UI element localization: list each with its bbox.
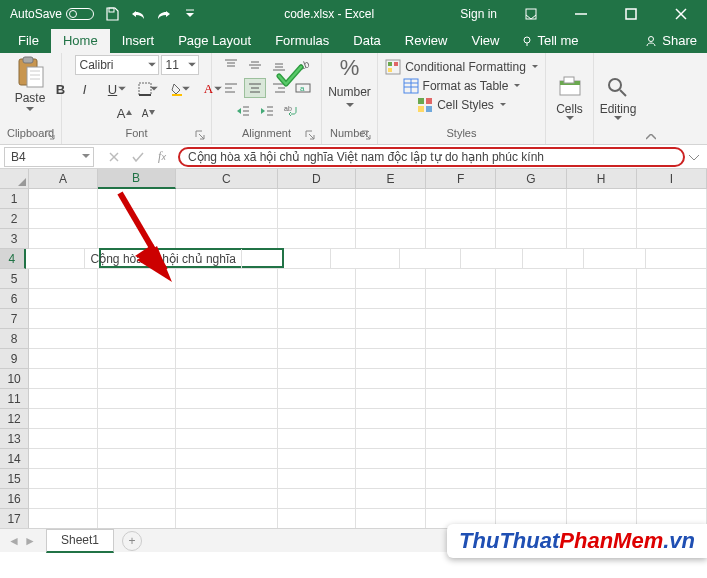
row-header[interactable]: 8 <box>0 329 29 349</box>
cell[interactable] <box>176 349 278 369</box>
chevron-down-icon[interactable] <box>346 103 354 108</box>
cell[interactable] <box>496 469 566 489</box>
column-header[interactable]: F <box>426 169 496 189</box>
cell[interactable] <box>29 369 97 389</box>
row-header[interactable]: 4 <box>0 249 26 269</box>
cell[interactable] <box>496 389 566 409</box>
cell[interactable] <box>356 289 426 309</box>
cell[interactable] <box>29 469 97 489</box>
row-header[interactable]: 13 <box>0 429 29 449</box>
underline-button[interactable]: U <box>98 79 128 99</box>
cell[interactable] <box>176 309 278 329</box>
cell[interactable] <box>426 209 496 229</box>
cell[interactable] <box>176 449 278 469</box>
row-header[interactable]: 12 <box>0 409 29 429</box>
cell[interactable] <box>29 209 97 229</box>
column-header[interactable]: G <box>496 169 566 189</box>
cell[interactable] <box>426 409 496 429</box>
cell[interactable] <box>567 209 637 229</box>
cell[interactable] <box>496 309 566 329</box>
cell[interactable] <box>496 329 566 349</box>
cell[interactable] <box>426 489 496 509</box>
bold-button[interactable]: B <box>50 79 72 99</box>
border-button[interactable] <box>130 79 160 99</box>
cell[interactable] <box>496 449 566 469</box>
cell[interactable] <box>29 289 97 309</box>
cell[interactable] <box>29 189 97 209</box>
cell[interactable] <box>426 329 496 349</box>
cell[interactable] <box>331 249 399 269</box>
cell[interactable] <box>29 349 97 369</box>
cell[interactable] <box>400 249 461 269</box>
cell[interactable] <box>26 249 86 269</box>
tab-view[interactable]: View <box>459 29 511 53</box>
wrap-text-button[interactable]: ab <box>280 101 302 121</box>
cell[interactable] <box>637 469 707 489</box>
cell[interactable] <box>356 369 426 389</box>
fill-color-button[interactable] <box>162 79 192 99</box>
cell[interactable] <box>426 269 496 289</box>
cell[interactable] <box>176 389 278 409</box>
column-header[interactable]: C <box>176 169 278 189</box>
cell[interactable] <box>496 209 566 229</box>
cell[interactable] <box>29 509 97 529</box>
increase-indent-button[interactable] <box>256 101 278 121</box>
cell[interactable] <box>98 369 176 389</box>
cell[interactable] <box>176 489 278 509</box>
cell[interactable] <box>98 309 176 329</box>
cell[interactable] <box>461 249 522 269</box>
name-box[interactable]: B4 <box>4 147 94 167</box>
cell[interactable] <box>356 229 426 249</box>
align-center-button[interactable] <box>244 78 266 98</box>
ribbon-options-icon[interactable] <box>509 0 553 28</box>
cell[interactable] <box>637 209 707 229</box>
cell[interactable] <box>637 369 707 389</box>
column-header[interactable]: A <box>29 169 97 189</box>
chevron-down-icon[interactable] <box>566 116 574 121</box>
select-all-corner[interactable] <box>0 169 29 189</box>
cell[interactable] <box>278 429 356 449</box>
cell[interactable] <box>426 429 496 449</box>
cell[interactable] <box>98 449 176 469</box>
align-top-button[interactable] <box>220 55 242 75</box>
cell[interactable] <box>567 489 637 509</box>
cell[interactable] <box>356 469 426 489</box>
cell[interactable] <box>29 309 97 329</box>
cell[interactable] <box>356 309 426 329</box>
column-header[interactable]: B <box>98 169 176 189</box>
cell[interactable] <box>98 469 176 489</box>
cell[interactable] <box>426 289 496 309</box>
row-header[interactable]: 17 <box>0 509 29 529</box>
cell[interactable] <box>29 229 97 249</box>
column-header[interactable]: E <box>356 169 426 189</box>
italic-button[interactable]: I <box>74 79 96 99</box>
cell[interactable] <box>356 429 426 449</box>
column-header[interactable]: I <box>637 169 707 189</box>
cell[interactable] <box>567 469 637 489</box>
tab-file[interactable]: File <box>6 29 51 53</box>
cell[interactable] <box>496 369 566 389</box>
align-middle-button[interactable] <box>244 55 266 75</box>
cell[interactable] <box>176 509 278 529</box>
row-header[interactable]: 5 <box>0 269 29 289</box>
row-header[interactable]: 11 <box>0 389 29 409</box>
cell[interactable] <box>278 489 356 509</box>
cell[interactable] <box>567 449 637 469</box>
cell[interactable] <box>98 349 176 369</box>
cell[interactable] <box>637 449 707 469</box>
cell[interactable] <box>356 389 426 409</box>
cancel-formula-button[interactable] <box>102 147 126 167</box>
cell[interactable] <box>29 409 97 429</box>
cell[interactable] <box>278 369 356 389</box>
cell[interactable] <box>278 269 356 289</box>
cell[interactable] <box>567 309 637 329</box>
cell[interactable] <box>637 289 707 309</box>
cell[interactable] <box>496 489 566 509</box>
chevron-down-icon[interactable] <box>82 154 90 159</box>
cell[interactable] <box>176 369 278 389</box>
cell[interactable] <box>646 249 707 269</box>
percent-icon[interactable]: % <box>340 55 360 81</box>
cell[interactable] <box>98 489 176 509</box>
chevron-down-icon[interactable] <box>26 107 34 112</box>
cell[interactable] <box>567 389 637 409</box>
